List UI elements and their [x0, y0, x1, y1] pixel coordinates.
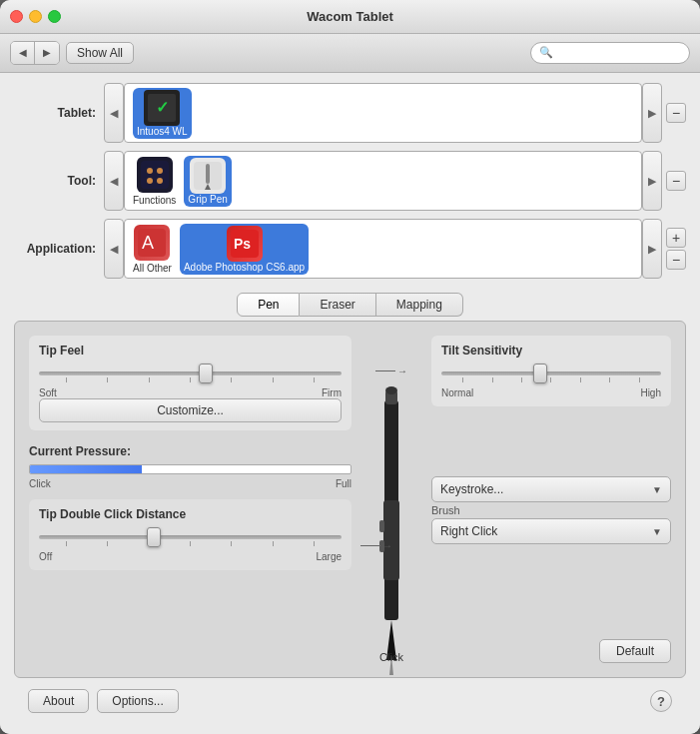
tablet-next-button[interactable]: ▶ — [642, 83, 662, 143]
customize-button[interactable]: Customize... — [39, 398, 342, 422]
tip-double-click-section: Tip Double Click Distance — [29, 499, 351, 570]
tablet-minus-button[interactable]: − — [666, 103, 686, 123]
tool-label: Tool: — [14, 174, 104, 188]
close-button[interactable] — [10, 10, 23, 23]
pressure-fill — [30, 465, 142, 473]
about-button[interactable]: About — [28, 689, 89, 713]
pressure-max-label: Full — [336, 478, 351, 489]
tool-plus-minus: − — [666, 171, 686, 191]
main-panel: Tip Feel — [14, 321, 686, 678]
svg-point-3 — [147, 178, 153, 184]
default-button[interactable]: Default — [599, 639, 671, 663]
forward-button[interactable]: ▶ — [35, 42, 59, 64]
tilt-ticks — [441, 377, 661, 382]
left-column: Tip Feel — [29, 336, 351, 663]
app-next-button[interactable]: ▶ — [642, 219, 662, 279]
search-icon: 🔍 — [539, 46, 553, 59]
application-label: Application: — [14, 242, 104, 256]
tool-item-grip-pen[interactable]: Grip Pen — [184, 156, 231, 207]
tilt-max-label: High — [640, 387, 661, 398]
show-all-button[interactable]: Show All — [66, 42, 134, 64]
titlebar: Wacom Tablet — [0, 0, 700, 34]
tool-item-functions-label: Functions — [133, 195, 176, 206]
tick-marks — [39, 377, 342, 382]
main-window: Wacom Tablet ◀ ▶ Show All 🔍 Tablet: ◀ ✓ — [0, 0, 700, 734]
pen-illustration-area: → — [361, 336, 421, 663]
tip-feel-track — [39, 371, 342, 375]
tilt-min-label: Normal — [441, 387, 473, 398]
tilt-slider[interactable] — [441, 364, 661, 383]
app-plus-minus: + − — [666, 228, 686, 270]
app-prev-button[interactable]: ◀ — [104, 219, 124, 279]
tip-feel-title: Tip Feel — [39, 344, 342, 358]
tilt-sensitivity-section: Tilt Sensitivity — [431, 336, 671, 406]
tablet-item-label: Intuos4 WL — [137, 126, 188, 137]
pressure-min-label: Click — [29, 478, 51, 489]
right-column: Tilt Sensitivity — [431, 336, 671, 663]
tab-mapping[interactable]: Mapping — [376, 293, 463, 317]
svg-point-1 — [147, 168, 153, 174]
tilt-labels: Normal High — [441, 387, 661, 398]
tabs-bar: Pen Eraser Mapping — [14, 293, 686, 317]
app-item-photoshop-label: Adobe Photoshop CS6.app — [184, 262, 305, 273]
dcd-thumb[interactable] — [147, 527, 161, 547]
dcd-max-label: Large — [316, 551, 342, 562]
search-input[interactable] — [557, 46, 700, 60]
maximize-button[interactable] — [48, 10, 61, 23]
tool-item-functions[interactable]: Functions — [133, 157, 176, 206]
tool-minus-button[interactable]: − — [666, 171, 686, 191]
dcd-min-label: Off — [39, 551, 52, 562]
tip-feel-slider[interactable] — [39, 364, 342, 383]
app-item-all-other[interactable]: A All Other — [133, 225, 172, 274]
svg-rect-0 — [141, 161, 169, 189]
right-click-dropdown[interactable]: Right Click ▼ — [431, 518, 671, 544]
dcd-labels: Off Large — [39, 551, 342, 562]
tilt-thumb[interactable] — [533, 364, 547, 383]
right-click-value: Right Click — [440, 524, 497, 538]
svg-point-2 — [157, 168, 163, 174]
svg-point-4 — [157, 178, 163, 184]
tablet-item-intuos4[interactable]: ✓ Intuos4 WL — [133, 88, 192, 139]
keystroke-dropdown[interactable]: Keystroke... ▼ — [431, 476, 671, 502]
tablet-prev-button[interactable]: ◀ — [104, 83, 124, 143]
tablet-plus-minus: − — [666, 103, 686, 123]
back-button[interactable]: ◀ — [11, 42, 35, 64]
tool-row: Tool: ◀ Functions — [14, 151, 686, 211]
tab-pen[interactable]: Pen — [237, 293, 300, 317]
tool-prev-button[interactable]: ◀ — [104, 151, 124, 211]
right-click-arrow-icon: ▼ — [652, 526, 662, 537]
app-items: A All Other Ps Adobe Photoshop CS6.app — [124, 219, 642, 279]
tip-feel-min-label: Soft — [39, 387, 57, 398]
tablet-items: ✓ Intuos4 WL — [124, 83, 642, 143]
options-button[interactable]: Options... — [97, 689, 178, 713]
tool-next-button[interactable]: ▶ — [642, 151, 662, 211]
help-button[interactable]: ? — [650, 690, 672, 712]
app-item-photoshop[interactable]: Ps Adobe Photoshop CS6.app — [180, 224, 309, 275]
content-area: Tablet: ◀ ✓ Intuos4 WL ▶ − Tool: ◀ — [0, 73, 700, 734]
dcd-track — [39, 535, 342, 539]
tool-item-grip-pen-label: Grip Pen — [188, 194, 227, 205]
tablet-icon: ✓ — [144, 90, 180, 126]
all-other-icon: A — [134, 225, 170, 261]
tilt-title: Tilt Sensitivity — [441, 344, 661, 358]
search-box: 🔍 — [530, 42, 690, 64]
tip-double-click-slider[interactable] — [39, 527, 342, 547]
app-minus-button[interactable]: − — [666, 250, 686, 270]
current-pressure-title: Current Pressure: — [29, 444, 351, 458]
keystroke-label: Brush — [431, 504, 671, 516]
minimize-button[interactable] — [29, 10, 42, 23]
pen-click-label: Click — [379, 651, 403, 663]
application-row: Application: ◀ A All Other — [14, 219, 686, 279]
tool-items: Functions Grip Pen — [124, 151, 642, 211]
tab-eraser[interactable]: Eraser — [300, 293, 375, 317]
keystroke-arrow-icon: ▼ — [652, 484, 662, 495]
toolbar: ◀ ▶ Show All 🔍 — [0, 34, 700, 73]
svg-text:A: A — [142, 233, 154, 253]
app-item-all-other-label: All Other — [133, 263, 172, 274]
keystroke-value: Keystroke... — [440, 482, 503, 496]
pressure-labels: Click Full — [29, 478, 351, 489]
tip-feel-labels: Soft Firm — [39, 387, 342, 398]
app-plus-button[interactable]: + — [666, 228, 686, 248]
tip-feel-thumb[interactable] — [199, 364, 213, 383]
pressure-bar — [29, 464, 351, 474]
